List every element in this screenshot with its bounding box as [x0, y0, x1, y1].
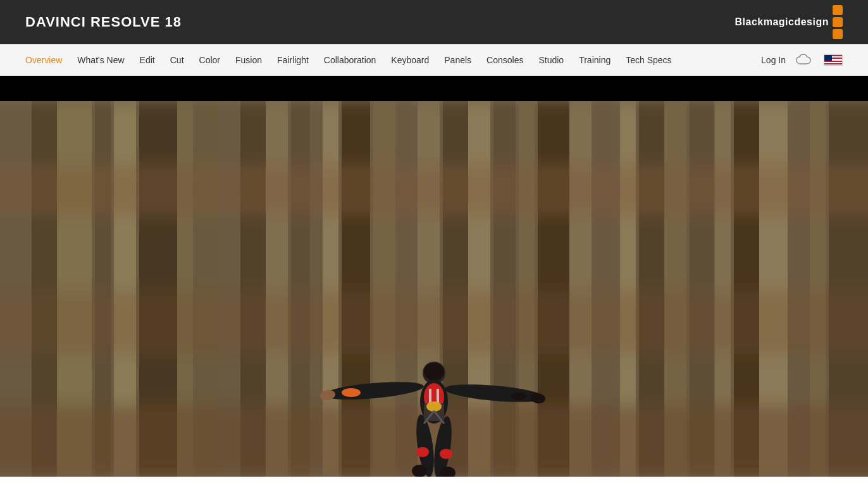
nav-item-collaboration[interactable]: Collaboration: [324, 54, 376, 66]
logo-squares: [833, 5, 843, 39]
nav-link-consoles[interactable]: Consoles: [487, 55, 523, 65]
site-title: DAVINCI RESOLVE 18: [25, 14, 182, 30]
nav-link-panels[interactable]: Panels: [444, 55, 471, 65]
nav-link-studio[interactable]: Studio: [538, 55, 564, 65]
hero-background: [0, 101, 868, 477]
us-flag-icon[interactable]: [824, 54, 843, 66]
hero-background-svg: [0, 101, 868, 477]
login-button[interactable]: Log In: [761, 55, 786, 65]
nav-item-tech-specs[interactable]: Tech Specs: [626, 54, 671, 66]
nav-item-edit[interactable]: Edit: [140, 54, 155, 66]
blackmagicdesign-logo[interactable]: Blackmagicdesign: [735, 5, 843, 39]
nav-link-cut[interactable]: Cut: [170, 55, 184, 65]
nav-item-overview[interactable]: Overview: [25, 54, 62, 66]
nav-item-fairlight[interactable]: Fairlight: [277, 54, 309, 66]
svg-point-51: [416, 447, 429, 457]
nav-item-panels[interactable]: Panels: [444, 54, 471, 66]
site-header: DAVINCI RESOLVE 18 Blackmagicdesign: [0, 0, 868, 44]
nav-link-fairlight[interactable]: Fairlight: [277, 55, 309, 65]
cloud-svg: [795, 54, 814, 66]
nav-link-fusion[interactable]: Fusion: [235, 55, 262, 65]
logo-text-plain: Blackmagic: [735, 16, 795, 27]
cloud-icon[interactable]: [793, 52, 816, 68]
nav-link-whats-new[interactable]: What's New: [77, 55, 124, 65]
logo-square-1: [833, 5, 843, 15]
logo-text: Blackmagicdesign: [735, 16, 829, 28]
svg-point-38: [424, 363, 444, 381]
main-nav: Overview What's New Edit Cut Color Fusio…: [0, 44, 868, 76]
nav-item-studio[interactable]: Studio: [538, 54, 564, 66]
nav-right-section: Log In: [761, 52, 843, 68]
svg-point-47: [342, 388, 361, 397]
nav-item-color[interactable]: Color: [199, 54, 220, 66]
nav-link-overview[interactable]: Overview: [25, 55, 62, 65]
nav-item-consoles[interactable]: Consoles: [487, 54, 523, 66]
nav-item-fusion[interactable]: Fusion: [235, 54, 262, 66]
svg-point-56: [426, 401, 442, 412]
hero-section: [0, 101, 868, 477]
nav-item-training[interactable]: Training: [579, 54, 611, 66]
nav-link-tech-specs[interactable]: Tech Specs: [626, 55, 671, 65]
nav-link-collaboration[interactable]: Collaboration: [324, 55, 376, 65]
stripe-7: [824, 63, 842, 64]
logo-square-2: [833, 17, 843, 27]
nav-link-training[interactable]: Training: [579, 55, 611, 65]
nav-link-keyboard[interactable]: Keyboard: [391, 55, 429, 65]
nav-link-edit[interactable]: Edit: [140, 55, 155, 65]
svg-rect-34: [0, 164, 868, 215]
flag-canton: [824, 55, 832, 61]
nav-links-list: Overview What's New Edit Cut Color Fusio…: [25, 54, 672, 66]
svg-point-52: [440, 449, 452, 459]
nav-item-keyboard[interactable]: Keyboard: [391, 54, 429, 66]
nav-link-color[interactable]: Color: [199, 55, 220, 65]
logo-text-bold: design: [794, 16, 829, 27]
svg-point-48: [511, 393, 526, 400]
logo-square-3: [833, 29, 843, 39]
nav-item-cut[interactable]: Cut: [170, 54, 184, 66]
black-band: [0, 76, 868, 101]
nav-item-whats-new[interactable]: What's New: [77, 54, 124, 66]
svg-rect-35: [0, 291, 868, 354]
